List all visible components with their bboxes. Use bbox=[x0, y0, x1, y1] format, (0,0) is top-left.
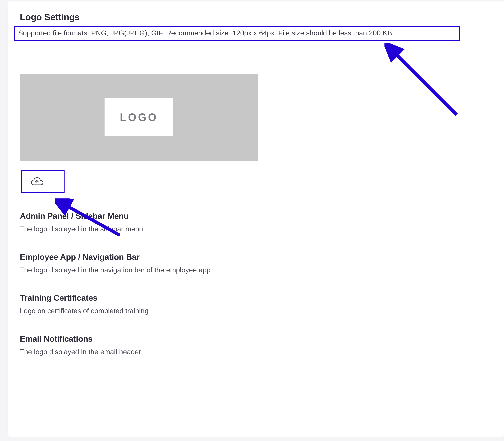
logo-section-training-certificates[interactable]: Training Certificates Logo on certificat… bbox=[20, 284, 270, 315]
page-title: Logo Settings bbox=[20, 12, 504, 22]
logo-placeholder-text: LOGO bbox=[120, 111, 158, 124]
logo-section-admin-sidebar[interactable]: Admin Panel / Sidebar Menu The logo disp… bbox=[20, 202, 270, 234]
section-description: The logo displayed in the sidebar menu bbox=[20, 224, 270, 234]
section-description: Logo on certificates of completed traini… bbox=[20, 306, 270, 315]
logo-column: LOGO Admin Panel / Sidebar Menu The logo… bbox=[20, 74, 270, 357]
section-description: The logo displayed in the email header bbox=[20, 347, 270, 357]
cloud-upload-icon bbox=[30, 176, 44, 187]
logo-preview-area: LOGO bbox=[20, 74, 258, 161]
section-title: Email Notifications bbox=[20, 334, 270, 344]
section-title: Training Certificates bbox=[20, 293, 270, 302]
file-format-info: Supported file formats: PNG, JPG(JPEG), … bbox=[14, 26, 460, 41]
upload-logo-button[interactable] bbox=[21, 170, 64, 193]
section-description: The logo displayed in the navigation bar… bbox=[20, 266, 270, 275]
logo-section-employee-app[interactable]: Employee App / Navigation Bar The logo d… bbox=[20, 243, 270, 275]
section-title: Employee App / Navigation Bar bbox=[20, 252, 270, 262]
settings-panel: Logo Settings Supported file formats: PN… bbox=[8, 1, 504, 437]
annotation-arrow-icon bbox=[384, 43, 464, 122]
logo-placeholder-card: LOGO bbox=[105, 98, 173, 136]
section-title: Admin Panel / Sidebar Menu bbox=[20, 211, 270, 221]
logo-section-email-notifications[interactable]: Email Notifications The logo displayed i… bbox=[20, 325, 270, 357]
svg-line-0 bbox=[393, 51, 457, 115]
divider bbox=[8, 47, 504, 47]
